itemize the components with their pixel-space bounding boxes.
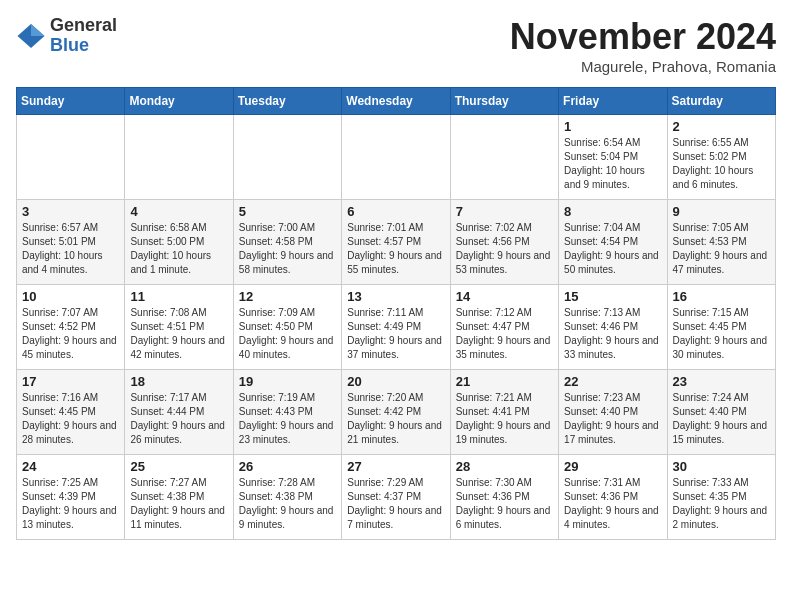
day-number: 22 xyxy=(564,374,661,389)
day-cell: 30Sunrise: 7:33 AMSunset: 4:35 PMDayligh… xyxy=(667,455,775,540)
day-number: 29 xyxy=(564,459,661,474)
logo: General Blue xyxy=(16,16,117,56)
day-cell: 8Sunrise: 7:04 AMSunset: 4:54 PMDaylight… xyxy=(559,200,667,285)
day-cell: 18Sunrise: 7:17 AMSunset: 4:44 PMDayligh… xyxy=(125,370,233,455)
day-cell: 22Sunrise: 7:23 AMSunset: 4:40 PMDayligh… xyxy=(559,370,667,455)
week-row-1: 1Sunrise: 6:54 AMSunset: 5:04 PMDaylight… xyxy=(17,115,776,200)
week-row-3: 10Sunrise: 7:07 AMSunset: 4:52 PMDayligh… xyxy=(17,285,776,370)
logo-text: General Blue xyxy=(50,16,117,56)
day-info: Sunrise: 7:07 AMSunset: 4:52 PMDaylight:… xyxy=(22,306,119,362)
day-info: Sunrise: 7:28 AMSunset: 4:38 PMDaylight:… xyxy=(239,476,336,532)
header-thursday: Thursday xyxy=(450,88,558,115)
calendar-table: SundayMondayTuesdayWednesdayThursdayFrid… xyxy=(16,87,776,540)
day-info: Sunrise: 7:04 AMSunset: 4:54 PMDaylight:… xyxy=(564,221,661,277)
day-info: Sunrise: 7:31 AMSunset: 4:36 PMDaylight:… xyxy=(564,476,661,532)
day-number: 30 xyxy=(673,459,770,474)
day-info: Sunrise: 6:58 AMSunset: 5:00 PMDaylight:… xyxy=(130,221,227,277)
day-cell: 27Sunrise: 7:29 AMSunset: 4:37 PMDayligh… xyxy=(342,455,450,540)
logo-general-text: General xyxy=(50,16,117,36)
month-title: November 2024 xyxy=(510,16,776,58)
location-subtitle: Magurele, Prahova, Romania xyxy=(510,58,776,75)
day-number: 6 xyxy=(347,204,444,219)
day-info: Sunrise: 7:12 AMSunset: 4:47 PMDaylight:… xyxy=(456,306,553,362)
day-number: 26 xyxy=(239,459,336,474)
day-cell: 14Sunrise: 7:12 AMSunset: 4:47 PMDayligh… xyxy=(450,285,558,370)
day-cell xyxy=(233,115,341,200)
day-info: Sunrise: 6:54 AMSunset: 5:04 PMDaylight:… xyxy=(564,136,661,192)
day-info: Sunrise: 6:57 AMSunset: 5:01 PMDaylight:… xyxy=(22,221,119,277)
day-cell: 9Sunrise: 7:05 AMSunset: 4:53 PMDaylight… xyxy=(667,200,775,285)
day-number: 23 xyxy=(673,374,770,389)
day-info: Sunrise: 7:17 AMSunset: 4:44 PMDaylight:… xyxy=(130,391,227,447)
day-cell: 16Sunrise: 7:15 AMSunset: 4:45 PMDayligh… xyxy=(667,285,775,370)
calendar-body: 1Sunrise: 6:54 AMSunset: 5:04 PMDaylight… xyxy=(17,115,776,540)
day-number: 7 xyxy=(456,204,553,219)
header-sunday: Sunday xyxy=(17,88,125,115)
day-cell: 17Sunrise: 7:16 AMSunset: 4:45 PMDayligh… xyxy=(17,370,125,455)
day-info: Sunrise: 7:08 AMSunset: 4:51 PMDaylight:… xyxy=(130,306,227,362)
day-cell: 5Sunrise: 7:00 AMSunset: 4:58 PMDaylight… xyxy=(233,200,341,285)
day-number: 12 xyxy=(239,289,336,304)
day-info: Sunrise: 7:09 AMSunset: 4:50 PMDaylight:… xyxy=(239,306,336,362)
header: General Blue November 2024 Magurele, Pra… xyxy=(16,16,776,75)
day-cell: 12Sunrise: 7:09 AMSunset: 4:50 PMDayligh… xyxy=(233,285,341,370)
day-cell: 7Sunrise: 7:02 AMSunset: 4:56 PMDaylight… xyxy=(450,200,558,285)
day-cell: 19Sunrise: 7:19 AMSunset: 4:43 PMDayligh… xyxy=(233,370,341,455)
day-cell: 29Sunrise: 7:31 AMSunset: 4:36 PMDayligh… xyxy=(559,455,667,540)
svg-marker-1 xyxy=(31,24,45,36)
day-info: Sunrise: 7:13 AMSunset: 4:46 PMDaylight:… xyxy=(564,306,661,362)
day-info: Sunrise: 7:02 AMSunset: 4:56 PMDaylight:… xyxy=(456,221,553,277)
header-tuesday: Tuesday xyxy=(233,88,341,115)
day-info: Sunrise: 7:30 AMSunset: 4:36 PMDaylight:… xyxy=(456,476,553,532)
day-cell: 21Sunrise: 7:21 AMSunset: 4:41 PMDayligh… xyxy=(450,370,558,455)
day-number: 24 xyxy=(22,459,119,474)
day-info: Sunrise: 7:21 AMSunset: 4:41 PMDaylight:… xyxy=(456,391,553,447)
day-number: 9 xyxy=(673,204,770,219)
day-number: 5 xyxy=(239,204,336,219)
day-number: 2 xyxy=(673,119,770,134)
day-number: 10 xyxy=(22,289,119,304)
logo-icon xyxy=(16,21,46,51)
day-cell: 11Sunrise: 7:08 AMSunset: 4:51 PMDayligh… xyxy=(125,285,233,370)
day-cell: 13Sunrise: 7:11 AMSunset: 4:49 PMDayligh… xyxy=(342,285,450,370)
day-info: Sunrise: 7:20 AMSunset: 4:42 PMDaylight:… xyxy=(347,391,444,447)
header-monday: Monday xyxy=(125,88,233,115)
week-row-4: 17Sunrise: 7:16 AMSunset: 4:45 PMDayligh… xyxy=(17,370,776,455)
day-cell xyxy=(125,115,233,200)
day-info: Sunrise: 7:29 AMSunset: 4:37 PMDaylight:… xyxy=(347,476,444,532)
day-cell: 4Sunrise: 6:58 AMSunset: 5:00 PMDaylight… xyxy=(125,200,233,285)
day-number: 16 xyxy=(673,289,770,304)
day-number: 11 xyxy=(130,289,227,304)
day-number: 4 xyxy=(130,204,227,219)
day-number: 28 xyxy=(456,459,553,474)
header-saturday: Saturday xyxy=(667,88,775,115)
day-info: Sunrise: 7:00 AMSunset: 4:58 PMDaylight:… xyxy=(239,221,336,277)
day-info: Sunrise: 7:33 AMSunset: 4:35 PMDaylight:… xyxy=(673,476,770,532)
day-info: Sunrise: 7:24 AMSunset: 4:40 PMDaylight:… xyxy=(673,391,770,447)
day-cell: 15Sunrise: 7:13 AMSunset: 4:46 PMDayligh… xyxy=(559,285,667,370)
day-number: 1 xyxy=(564,119,661,134)
day-cell: 24Sunrise: 7:25 AMSunset: 4:39 PMDayligh… xyxy=(17,455,125,540)
day-cell: 23Sunrise: 7:24 AMSunset: 4:40 PMDayligh… xyxy=(667,370,775,455)
day-cell: 2Sunrise: 6:55 AMSunset: 5:02 PMDaylight… xyxy=(667,115,775,200)
day-cell: 6Sunrise: 7:01 AMSunset: 4:57 PMDaylight… xyxy=(342,200,450,285)
header-row: SundayMondayTuesdayWednesdayThursdayFrid… xyxy=(17,88,776,115)
day-cell: 25Sunrise: 7:27 AMSunset: 4:38 PMDayligh… xyxy=(125,455,233,540)
day-info: Sunrise: 7:11 AMSunset: 4:49 PMDaylight:… xyxy=(347,306,444,362)
day-info: Sunrise: 7:15 AMSunset: 4:45 PMDaylight:… xyxy=(673,306,770,362)
logo-blue-text: Blue xyxy=(50,36,117,56)
day-cell: 10Sunrise: 7:07 AMSunset: 4:52 PMDayligh… xyxy=(17,285,125,370)
day-info: Sunrise: 7:25 AMSunset: 4:39 PMDaylight:… xyxy=(22,476,119,532)
header-wednesday: Wednesday xyxy=(342,88,450,115)
day-cell: 26Sunrise: 7:28 AMSunset: 4:38 PMDayligh… xyxy=(233,455,341,540)
day-number: 13 xyxy=(347,289,444,304)
day-info: Sunrise: 7:05 AMSunset: 4:53 PMDaylight:… xyxy=(673,221,770,277)
day-number: 25 xyxy=(130,459,227,474)
day-number: 20 xyxy=(347,374,444,389)
day-cell: 3Sunrise: 6:57 AMSunset: 5:01 PMDaylight… xyxy=(17,200,125,285)
day-info: Sunrise: 7:27 AMSunset: 4:38 PMDaylight:… xyxy=(130,476,227,532)
day-number: 8 xyxy=(564,204,661,219)
day-cell xyxy=(342,115,450,200)
day-number: 19 xyxy=(239,374,336,389)
title-area: November 2024 Magurele, Prahova, Romania xyxy=(510,16,776,75)
